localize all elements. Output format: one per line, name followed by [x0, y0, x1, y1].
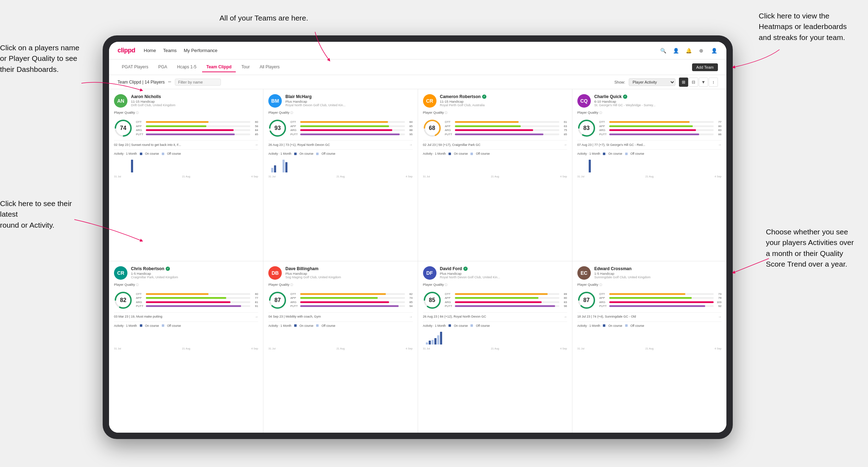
- bar-fill: [609, 133, 699, 135]
- latest-round-arrow[interactable]: →: [718, 315, 721, 319]
- quality-circle[interactable]: 83: [577, 119, 596, 137]
- player-card[interactable]: CR Chris Robertson ✓ 1-5 Handicap Craigm…: [109, 261, 263, 433]
- tab-hcaps[interactable]: Hcaps 1-5: [173, 62, 201, 72]
- chart-label-mid: 21 Aug: [336, 175, 344, 178]
- quality-circle[interactable]: 82: [114, 291, 132, 309]
- on-course-dot: [603, 324, 605, 327]
- activity-section: Activity · 1 Month On course Off course …: [268, 149, 412, 178]
- quality-circle[interactable]: 68: [423, 119, 441, 137]
- nav-performance[interactable]: My Performance: [184, 46, 217, 55]
- latest-round-arrow[interactable]: →: [564, 315, 567, 319]
- nav-teams[interactable]: Teams: [163, 46, 177, 55]
- quality-section[interactable]: 87 OTT 73 APP 79 ARG: [577, 291, 721, 309]
- bar-track: [609, 297, 714, 299]
- latest-round[interactable]: 26 Aug 23 | 73 (+1), Royal North Devon G…: [268, 140, 412, 147]
- show-select[interactable]: Player Activity Quality Score Trend: [629, 78, 675, 86]
- quality-section[interactable]: 68 OTT 61 APP 63 ARG: [423, 119, 567, 137]
- latest-round[interactable]: 02 Jul 23 | 59 (+17), Craigmillar Park G…: [423, 140, 567, 147]
- quality-circle[interactable]: 87: [577, 291, 596, 309]
- bar-fill: [146, 305, 241, 307]
- off-course-dot: [316, 324, 319, 327]
- player-name[interactable]: Chris Robertson ✓: [131, 266, 258, 271]
- quality-circle[interactable]: 85: [423, 291, 441, 309]
- quality-section[interactable]: 82 OTT 60 APP 77 ARG: [114, 291, 258, 309]
- quality-section[interactable]: 83 OTT 77 APP 80 ARG: [577, 119, 721, 137]
- latest-round[interactable]: 18 Jul 23 | 74 (+4), Sunningdale GC - Ol…: [577, 312, 721, 319]
- player-card[interactable]: DF David Ford ✓ Plus Handicap Royal Nort…: [418, 261, 572, 433]
- player-name[interactable]: Dave Billingham: [285, 266, 412, 271]
- nav-home[interactable]: Home: [144, 46, 156, 55]
- latest-round-arrow[interactable]: →: [409, 315, 413, 319]
- nav-links: Home Teams My Performance: [144, 46, 651, 55]
- bell-icon[interactable]: 🔔: [685, 47, 692, 55]
- tab-tour[interactable]: Tour: [237, 62, 254, 72]
- on-course-dot: [294, 153, 297, 155]
- player-card[interactable]: BM Blair McHarg Plus Handicap Royal Nort…: [263, 89, 417, 261]
- list-view-icon[interactable]: ⊟: [689, 78, 698, 87]
- quality-circle[interactable]: 93: [268, 119, 287, 137]
- player-card[interactable]: CR Cameron Robertson ✓ 11-15 Handicap Ro…: [418, 89, 572, 261]
- bar-fill: [300, 133, 399, 135]
- settings-icon[interactable]: ⊕: [697, 47, 705, 55]
- tab-all-players[interactable]: All Players: [255, 62, 284, 72]
- latest-round[interactable]: 26 Aug 23 | 84 (+12), Royal North Devon …: [423, 312, 567, 319]
- latest-round-arrow[interactable]: →: [718, 143, 721, 147]
- quality-bar-row: ARG 83: [445, 301, 567, 304]
- tab-team-clippd[interactable]: Team Clippd: [202, 62, 236, 72]
- grid-view-icon[interactable]: ⊞: [679, 78, 688, 87]
- bar-label: APP: [445, 125, 453, 128]
- quality-section[interactable]: 87 OTT 82 APP 74 ARG: [268, 291, 412, 309]
- quality-score: 82: [120, 297, 126, 303]
- latest-round[interactable]: 04 Sep 23 | Mobility with coach, Gym →: [268, 312, 412, 319]
- avatar: CR: [423, 94, 436, 108]
- player-card[interactable]: CQ Charlie Quick ✓ 6-10 Handicap St. Geo…: [572, 89, 726, 261]
- latest-round-arrow[interactable]: →: [564, 143, 567, 147]
- bar-fill: [146, 133, 235, 135]
- bar-value: 86: [715, 133, 721, 136]
- chart-label-start: 31 Jul: [114, 347, 121, 350]
- quality-bars: OTT 73 APP 79 ARG 103 P: [599, 292, 721, 308]
- profile-icon[interactable]: 👤: [672, 47, 680, 55]
- tab-pga[interactable]: PGA: [154, 62, 171, 72]
- activity-title: Activity · 1 Month: [577, 324, 600, 328]
- player-card[interactable]: DB Dave Billingham Plus Handicap Sog Mag…: [263, 261, 417, 433]
- bar-label: OTT: [136, 120, 144, 124]
- chart-label-end: 4 Sep: [406, 347, 413, 350]
- toolbar: Team Clippd | 14 Players ✏ Show: Player …: [109, 75, 726, 89]
- latest-round-arrow[interactable]: →: [255, 315, 258, 319]
- filter-icon[interactable]: ▼: [699, 78, 708, 87]
- quality-section[interactable]: 74 OTT 60 APP 58 ARG: [114, 119, 258, 137]
- latest-round[interactable]: 02 Sep 23 | Sunset round to get back int…: [114, 140, 258, 147]
- bar-track: [455, 129, 559, 131]
- bar-label: APP: [136, 125, 144, 128]
- sort-icon[interactable]: ↕: [709, 78, 718, 87]
- search-input[interactable]: [175, 79, 221, 86]
- latest-round[interactable]: 03 Mar 23 | 19, Must make putting →: [114, 312, 258, 319]
- quality-score: 87: [583, 297, 590, 303]
- quality-circle[interactable]: 87: [268, 291, 287, 309]
- quality-section[interactable]: 93 OTT 84 APP 85 ARG: [268, 119, 412, 137]
- quality-circle[interactable]: 74: [114, 119, 132, 137]
- add-team-button[interactable]: Add Team: [692, 63, 718, 71]
- bar-track: [300, 293, 405, 295]
- player-name[interactable]: Blair McHarg: [285, 94, 412, 99]
- player-name[interactable]: Charlie Quick ✓: [594, 94, 721, 99]
- user-avatar-icon[interactable]: 👤: [710, 47, 718, 55]
- edit-icon[interactable]: ✏: [168, 80, 171, 84]
- latest-round-arrow[interactable]: →: [409, 143, 413, 147]
- off-course-label: Off course: [630, 324, 644, 328]
- quality-section[interactable]: 85 OTT 89 APP 80 ARG: [423, 291, 567, 309]
- chart-labels: 31 Jul 21 Aug 4 Sep: [423, 175, 567, 178]
- player-name[interactable]: Cameron Robertson ✓: [440, 94, 567, 99]
- player-name[interactable]: Edward Crossman: [594, 266, 721, 271]
- player-name[interactable]: Aaron Nicholls: [131, 94, 258, 99]
- player-card[interactable]: EC Edward Crossman 1-5 Handicap Sunningd…: [572, 261, 726, 433]
- latest-round-arrow[interactable]: →: [255, 143, 258, 147]
- bar-label: OTT: [445, 120, 453, 124]
- tab-pgat-players[interactable]: PGAT Players: [118, 62, 153, 72]
- latest-round[interactable]: 07 Aug 23 | 77 (+7), St George's Hill GC…: [577, 140, 721, 147]
- search-icon[interactable]: 🔍: [659, 47, 667, 55]
- player-card[interactable]: AN Aaron Nicholls 11-15 Handicap Drift G…: [109, 89, 263, 261]
- bar-value: 63: [561, 125, 567, 128]
- player-name[interactable]: David Ford ✓: [440, 266, 567, 271]
